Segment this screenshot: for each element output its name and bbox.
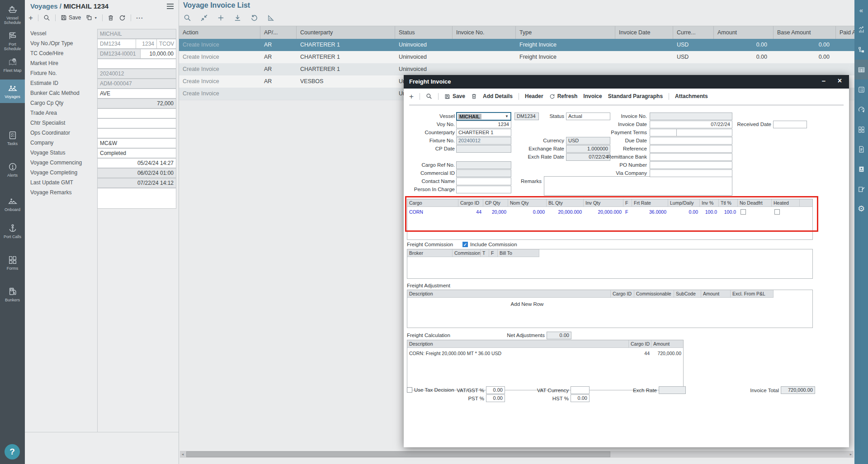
horizontal-scrollbar[interactable]: ◄ ►	[180, 451, 854, 458]
add-details-button[interactable]: Add Details	[483, 93, 513, 99]
vessel-field[interactable]: MICHAIL	[97, 29, 176, 39]
column-header[interactable]: Description	[407, 290, 611, 298]
voy-no-field[interactable]: DM1234	[97, 39, 136, 49]
sidebar-item-vessel-schedule[interactable]: Vessel Schedule	[0, 5, 25, 25]
column-header[interactable]: F	[489, 249, 498, 257]
column-header[interactable]: Cargo ID	[458, 199, 483, 207]
search-button[interactable]	[43, 14, 50, 21]
remarks-field[interactable]	[544, 176, 732, 196]
company-field[interactable]: MC&W	[97, 138, 176, 148]
undo-icon[interactable]	[250, 14, 258, 22]
column-header[interactable]: Cargo	[407, 199, 458, 207]
ttl-pct-cell[interactable]: 100.0	[719, 208, 738, 216]
create-invoice-link[interactable]: Create Invoice	[179, 63, 260, 75]
nom-qty-cell[interactable]: 0.000	[508, 208, 547, 216]
column-header[interactable]: Invoice No.	[453, 26, 516, 39]
person-in-charge-field[interactable]	[456, 186, 511, 193]
inv-pct-cell[interactable]: 100.0	[700, 208, 719, 216]
modal-titlebar[interactable]: Freight Invoice – ×	[404, 75, 849, 89]
more-options-button[interactable]: ···	[136, 14, 143, 21]
f-cell[interactable]: F	[623, 208, 632, 216]
column-header[interactable]: Curre...	[673, 26, 714, 39]
delete-button[interactable]	[108, 14, 114, 21]
invoice-date-field[interactable]: 07/22/24	[650, 121, 732, 128]
due-date-field[interactable]	[650, 137, 732, 145]
inv-qty-cell[interactable]: 20,000.000	[584, 208, 623, 216]
delete-button[interactable]	[471, 93, 477, 99]
sidebar-item-fleet-map[interactable]: Fleet Map	[0, 57, 25, 73]
add-row-icon[interactable]	[217, 14, 225, 22]
sidebar-item-alerts[interactable]: Alerts	[0, 162, 25, 178]
estimate-id-field[interactable]: ADM-000047	[97, 79, 176, 89]
column-header[interactable]: Status	[395, 26, 453, 39]
column-header[interactable]: Description	[407, 340, 629, 348]
pages-icon[interactable]	[854, 119, 868, 139]
column-header[interactable]: Inv %	[700, 199, 719, 207]
cargo-cell[interactable]: CORN	[407, 208, 458, 216]
gauge-icon[interactable]	[854, 99, 868, 119]
pst-field[interactable]: 0.00	[486, 394, 505, 402]
create-invoice-link[interactable]: Create Invoice	[179, 88, 260, 100]
voyage-completing-field[interactable]: 06/02/24 01:00	[97, 168, 176, 178]
table-row[interactable]: Create Invoice AR CHARTERER 1 Uninvoiced…	[179, 51, 854, 64]
hst-field[interactable]: 0.00	[571, 394, 590, 402]
contact-name-field[interactable]	[456, 178, 511, 185]
refresh-button[interactable]: Refresh	[549, 93, 578, 99]
column-header[interactable]: Ttl %	[719, 199, 738, 207]
table-row[interactable]: Create Invoice AR CHARTERER 1 Uninvoiced	[179, 63, 854, 76]
document-icon[interactable]	[854, 139, 868, 159]
refresh-button[interactable]	[119, 14, 126, 21]
cargo-cp-qty-field[interactable]: 72,000	[97, 98, 176, 108]
column-header[interactable]: Heated	[772, 199, 800, 207]
chtr-specialist-field[interactable]	[97, 118, 176, 128]
column-header[interactable]: Type	[516, 26, 615, 39]
opr-type-field[interactable]: TCOV	[156, 39, 176, 49]
column-header[interactable]: Bill To	[498, 249, 539, 257]
scrollbar-track[interactable]	[185, 451, 848, 458]
save-button[interactable]: Save	[61, 14, 81, 21]
scroll-left-icon[interactable]: ◄	[180, 453, 185, 456]
ruler-icon[interactable]	[267, 14, 275, 22]
add-button[interactable]: +	[409, 93, 414, 100]
column-header[interactable]: F	[623, 199, 632, 207]
column-header[interactable]: Counterparty	[297, 26, 395, 39]
column-header[interactable]: Cargo ID	[611, 290, 634, 298]
header-button[interactable]: Header	[525, 93, 543, 99]
via-company-field[interactable]	[650, 169, 732, 177]
lump-daily-cell[interactable]: 0.00	[668, 208, 700, 216]
collapse-left-icon[interactable]: «	[854, 0, 868, 20]
voyage-status-field[interactable]: Completed	[97, 148, 176, 158]
exch-rate-field[interactable]	[659, 386, 686, 394]
column-header[interactable]: Base Amount	[774, 26, 836, 39]
voy-num-field[interactable]: 1234	[136, 39, 157, 49]
column-header[interactable]: Commissionable	[634, 290, 674, 298]
sidebar-item-forms[interactable]: Forms	[0, 255, 25, 271]
hire-field[interactable]: 10,000.00	[140, 49, 176, 59]
cp-qty-cell[interactable]: 20,000	[483, 208, 508, 216]
copy-button[interactable]: ▼	[86, 14, 97, 21]
table-row[interactable]: Create Invoice AR CHARTERER 1 Uninvoiced…	[179, 39, 854, 52]
column-header[interactable]: No Deadfrt	[738, 199, 772, 207]
vessel-dropdown[interactable]: MICHAIL ▼	[456, 112, 511, 121]
column-header[interactable]: Commission	[453, 249, 481, 257]
invoice-button[interactable]: Invoice	[583, 93, 602, 99]
column-header[interactable]: Lump/Daily	[668, 199, 700, 207]
payment-terms-code-field[interactable]	[650, 129, 677, 136]
remittance-bank-field[interactable]	[650, 153, 732, 161]
help-button[interactable]: ?	[5, 444, 20, 459]
create-invoice-link[interactable]: Create Invoice	[179, 75, 260, 88]
column-header[interactable]: Frt Rate	[632, 199, 668, 207]
gear-icon[interactable]: ⚙	[854, 199, 868, 219]
no-deadfrt-checkbox[interactable]	[741, 209, 746, 215]
attachments-button[interactable]: Attachments	[675, 93, 708, 99]
column-header[interactable]: Cargo ID	[629, 340, 651, 348]
sidebar-item-port-calls[interactable]: Port Calls	[0, 223, 25, 239]
market-hire-field[interactable]	[97, 59, 176, 69]
last-update-field[interactable]: 07/22/24 14:12	[97, 178, 176, 188]
column-header[interactable]: Inv Qty	[584, 199, 623, 207]
download-icon[interactable]	[234, 14, 241, 22]
sidebar-item-bunkers[interactable]: Bunkers	[0, 286, 25, 302]
breadcrumb[interactable]: Voyages /	[30, 2, 61, 10]
compose-icon[interactable]	[854, 179, 868, 199]
search-button[interactable]	[426, 93, 432, 99]
